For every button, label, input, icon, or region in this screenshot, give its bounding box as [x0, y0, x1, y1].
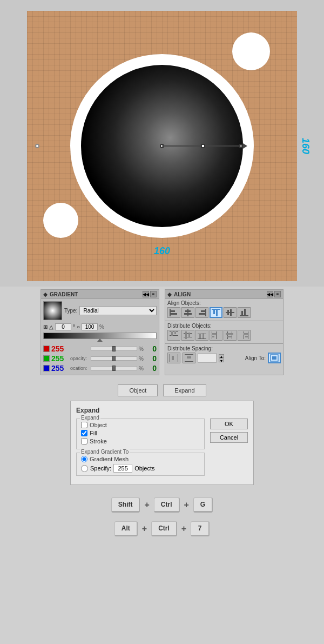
gradient-icon1: ⊞	[43, 324, 48, 330]
distribute-objects-label: Distribute Objects:	[167, 323, 281, 329]
diamond-icon-align: ◆	[167, 291, 172, 297]
dialog-ok-button[interactable]: OK	[210, 419, 248, 429]
gradient-mid-handle[interactable]	[201, 144, 205, 148]
canvas-area: 160 160	[0, 0, 324, 287]
align-bottom-btn[interactable]	[238, 307, 251, 318]
specify-radio[interactable]	[81, 465, 88, 472]
gradient-panel-title: ◆ GRADIENT	[43, 291, 78, 297]
align-to-btn[interactable]	[268, 353, 281, 363]
align-objects-label: Align Objects:	[167, 300, 281, 306]
align-panel-header: ◆ ALIGN ◀◀ ≡	[165, 290, 283, 299]
align-menu-btn[interactable]: ≡	[274, 291, 281, 297]
svg-rect-13	[227, 310, 229, 315]
g-slider-thumb[interactable]	[112, 356, 116, 361]
panel-menu-btn[interactable]: ≡	[150, 291, 157, 297]
panels-row: ◆ GRADIENT ◀◀ ≡ Type: Radial Linear ⊞ △	[0, 287, 324, 378]
distribute-bottom-btn[interactable]	[195, 330, 208, 341]
stroke-checkbox[interactable]	[81, 438, 87, 444]
align-panel-title: ◆ ALIGN	[167, 291, 191, 297]
expand-button[interactable]: Expand	[163, 384, 206, 396]
gradient-mesh-radio-row: Gradient Mesh	[81, 456, 200, 462]
svg-rect-49	[272, 356, 276, 360]
distribute-center-h-btn[interactable]	[224, 330, 237, 341]
align-objects-row	[167, 307, 281, 318]
r-slider-thumb[interactable]	[112, 346, 116, 351]
align-separator1	[165, 321, 283, 321]
action-buttons: Object Expand	[0, 378, 324, 401]
align-left-btn[interactable]	[167, 307, 180, 318]
align-collapse-btn[interactable]: ◀◀	[267, 291, 273, 297]
object-button[interactable]: Object	[118, 384, 158, 396]
distribute-objects-row	[167, 330, 281, 341]
svg-rect-19	[170, 335, 178, 336]
svg-rect-44	[172, 356, 174, 360]
dialog-left: Expand Object Fill Stroke Expand Gradien…	[76, 419, 205, 479]
svg-rect-9	[212, 309, 220, 310]
percent-input[interactable]	[82, 323, 98, 330]
b-color-swatch	[43, 365, 50, 371]
b-slider-track[interactable]	[91, 366, 137, 370]
gradient-thumbnail	[43, 301, 62, 320]
distribute-top-btn[interactable]	[167, 330, 180, 341]
distribute-spacing-h-btn[interactable]	[167, 353, 180, 363]
stroke-checkbox-row: Stroke	[81, 438, 200, 444]
specify-row: Specify: Objects	[81, 464, 200, 473]
align-top-btn[interactable]	[210, 307, 222, 318]
svg-rect-41	[245, 336, 248, 337]
small-circle-bottom-left	[43, 203, 78, 238]
align-center-h-btn[interactable]	[181, 307, 194, 318]
object-checkbox[interactable]	[81, 422, 87, 428]
svg-rect-43	[178, 354, 178, 362]
b-slider-thumb[interactable]	[112, 366, 116, 371]
svg-rect-45	[185, 354, 193, 355]
object-checkbox-row: Object	[81, 422, 200, 428]
gradient-arrow	[243, 143, 247, 149]
align-center-v-btn[interactable]	[224, 307, 237, 318]
color-sliders: 255 % 0 255 opacity: % 0	[41, 343, 159, 375]
collapse-double-btn[interactable]: ◀◀	[143, 291, 149, 297]
spacing-stepper[interactable]: ▲ ▼	[219, 354, 224, 362]
gradient-end-handle[interactable]	[239, 144, 243, 148]
svg-rect-25	[188, 333, 190, 337]
gradient-bar-container	[41, 331, 159, 343]
b-color-row: 255 ocation: % 0	[43, 364, 157, 373]
angle-input[interactable]	[55, 323, 71, 330]
align-right-btn[interactable]	[195, 307, 208, 318]
g-slider-label: opacity:	[70, 356, 89, 361]
gradient-left-handle[interactable]	[35, 144, 39, 148]
gradient-type-select[interactable]: Radial Linear	[79, 306, 157, 315]
spacing-input[interactable]	[198, 353, 217, 363]
svg-rect-16	[241, 311, 243, 315]
distribute-right-btn[interactable]	[238, 330, 251, 341]
svg-rect-39	[248, 331, 248, 339]
svg-rect-32	[212, 333, 216, 335]
specify-input[interactable]	[113, 464, 132, 473]
expand-group-label: Expand	[80, 415, 100, 421]
svg-rect-4	[185, 310, 191, 312]
distribute-spacing-v-btn[interactable]	[183, 353, 195, 363]
percent-sign: %	[99, 324, 105, 330]
gradient-thumb-marker[interactable]	[97, 338, 103, 342]
svg-rect-20	[171, 331, 173, 336]
angle-row: ⊞ △ ° ○ %	[41, 322, 159, 331]
g-slider-track[interactable]	[91, 356, 137, 361]
gradient-icon2: △	[49, 324, 53, 330]
svg-rect-17	[244, 309, 246, 315]
b-num: 0	[146, 364, 157, 373]
distribute-center-v-btn[interactable]	[181, 330, 194, 341]
g-value: 255	[51, 354, 69, 363]
fill-checkbox[interactable]	[81, 430, 87, 436]
spacing-up-btn[interactable]: ▲	[219, 354, 224, 358]
dialog-cancel-button[interactable]: Cancel	[210, 432, 248, 443]
b-slider-label: ocation:	[70, 366, 89, 371]
gradient-mesh-radio[interactable]	[81, 456, 87, 462]
r-slider-track[interactable]	[91, 347, 137, 351]
gradient-bar[interactable]	[43, 333, 157, 339]
key-7: 7	[191, 521, 210, 536]
dimension-vertical: 160	[299, 138, 310, 154]
svg-rect-27	[198, 338, 206, 339]
svg-rect-1	[171, 310, 175, 312]
distribute-left-btn[interactable]	[210, 330, 222, 341]
spacing-down-btn[interactable]: ▼	[219, 358, 224, 362]
object-checkbox-label: Object	[90, 422, 107, 428]
